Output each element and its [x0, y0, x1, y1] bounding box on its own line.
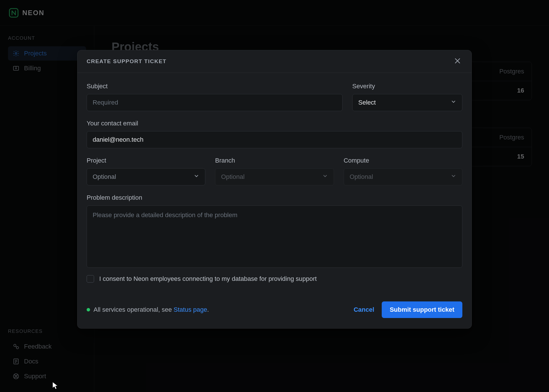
close-button[interactable] [453, 57, 462, 66]
severity-value: Select [358, 99, 376, 106]
project-label: Project [87, 157, 205, 164]
subject-input[interactable] [87, 94, 343, 111]
status-dot-icon [87, 308, 90, 311]
chevron-down-icon [194, 173, 199, 181]
status-page-link[interactable]: Status page [174, 306, 207, 313]
status-line: All services operational, see Status pag… [87, 306, 209, 313]
description-textarea[interactable] [87, 205, 462, 268]
close-icon [454, 57, 461, 66]
cancel-button[interactable]: Cancel [354, 306, 374, 313]
subject-label: Subject [87, 83, 343, 90]
email-label: Your contact email [87, 120, 462, 127]
project-select[interactable]: Optional [87, 168, 205, 185]
compute-label: Compute [344, 157, 462, 164]
chevron-down-icon [451, 173, 456, 181]
compute-value: Optional [350, 173, 373, 181]
modal-overlay: CREATE SUPPORT TICKET Subject Severity S… [0, 0, 549, 392]
consent-checkbox[interactable] [87, 275, 94, 283]
consent-text: I consent to Neon employees connecting t… [99, 275, 317, 283]
branch-label: Branch [215, 157, 334, 164]
branch-select: Optional [215, 168, 334, 185]
branch-value: Optional [221, 173, 244, 181]
chevron-down-icon [451, 99, 456, 106]
support-ticket-modal: CREATE SUPPORT TICKET Subject Severity S… [77, 50, 472, 329]
modal-title: CREATE SUPPORT TICKET [87, 58, 166, 65]
compute-select: Optional [344, 168, 462, 185]
submit-button[interactable]: Submit support ticket [382, 301, 462, 318]
chevron-down-icon [322, 173, 328, 181]
severity-label: Severity [352, 83, 462, 90]
description-label: Problem description [87, 194, 462, 201]
severity-select[interactable]: Select [352, 94, 462, 111]
status-text: All services operational, see [94, 306, 174, 313]
email-input[interactable] [87, 131, 462, 148]
project-value: Optional [93, 173, 116, 181]
